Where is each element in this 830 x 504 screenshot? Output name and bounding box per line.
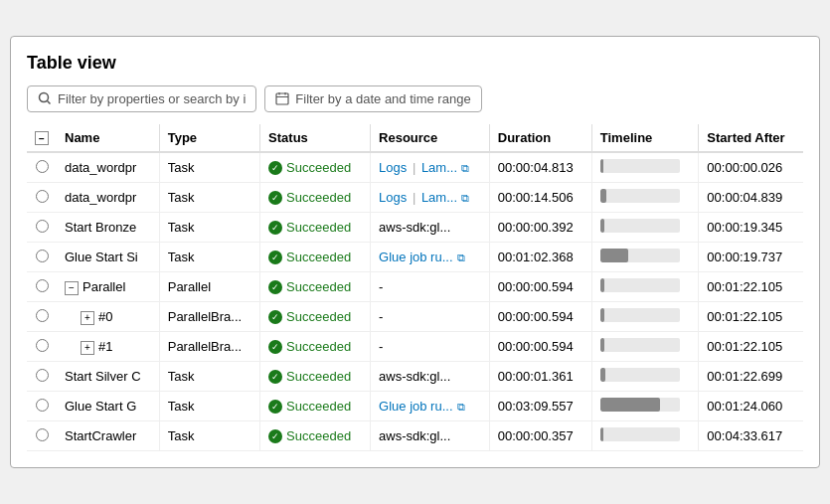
row-type-cell: Task <box>159 392 259 421</box>
filter-properties-label: Filter by properties or search by i <box>58 91 246 106</box>
row-name: data_wordpr <box>65 160 136 175</box>
row-type-cell: Task <box>159 421 259 451</box>
row-name: StartCrawler <box>65 428 136 443</box>
resource-text: aws-sdk:gl... <box>379 369 450 384</box>
row-radio[interactable] <box>36 339 49 352</box>
row-status-cell: ✓Succeeded <box>260 213 371 243</box>
row-timeline-cell <box>591 302 699 332</box>
status-success-icon: ✓ <box>268 429 282 443</box>
external-link-icon: ⧉ <box>461 162 469 174</box>
col-status: Status <box>260 124 371 153</box>
row-radio[interactable] <box>36 220 49 233</box>
col-select: − <box>27 124 57 153</box>
row-name-cell: Glue Start G <box>57 392 159 421</box>
status-label: Succeeded <box>286 309 351 324</box>
row-select-cell <box>27 421 57 451</box>
row-name-cell: data_wordpr <box>57 183 159 213</box>
row-resource-cell: Logs | Lam...⧉ <box>371 152 490 183</box>
status-success-icon: ✓ <box>268 251 282 264</box>
row-resource-cell: - <box>371 332 490 362</box>
row-name: #0 <box>98 309 112 324</box>
row-status-cell: ✓Succeeded <box>260 392 371 421</box>
row-name-cell: −Parallel <box>57 272 159 302</box>
col-resource: Resource <box>371 124 490 153</box>
row-radio[interactable] <box>36 250 49 262</box>
row-resource-cell: - <box>371 272 490 302</box>
row-select-cell <box>27 243 57 272</box>
row-timeline-cell <box>591 332 699 362</box>
status-success-icon: ✓ <box>268 340 282 354</box>
row-started-after-cell: 00:00:19.737 <box>699 243 803 272</box>
row-started-after-cell: 00:01:22.699 <box>699 362 803 392</box>
col-name[interactable]: Name <box>57 124 159 153</box>
external-link-icon: ⧉ <box>457 401 465 413</box>
row-radio[interactable] <box>36 369 49 382</box>
resource-link[interactable]: Glue job ru... <box>379 399 452 414</box>
row-radio[interactable] <box>36 279 49 292</box>
logs-link[interactable]: Logs <box>379 190 407 205</box>
timeline-bar <box>600 398 660 412</box>
resource-link[interactable]: Glue job ru... <box>379 250 452 264</box>
timeline-bar <box>600 278 604 292</box>
table-row: data_wordprTask✓SucceededLogs | Lam...⧉0… <box>27 152 803 183</box>
logs-link[interactable]: Logs <box>379 160 407 175</box>
row-resource-cell: Glue job ru...⧉ <box>371 392 490 421</box>
status-label: Succeeded <box>286 160 351 175</box>
row-started-after-cell: 00:01:22.105 <box>699 332 803 362</box>
timeline-bar <box>600 368 606 382</box>
row-radio[interactable] <box>36 309 49 322</box>
lambda-link[interactable]: Lam... <box>421 190 457 205</box>
search-icon <box>38 91 52 105</box>
row-timeline-cell <box>591 152 699 183</box>
timeline-bar-container <box>600 189 680 203</box>
row-radio[interactable] <box>36 428 49 441</box>
status-success-icon: ✓ <box>268 400 282 414</box>
table-row: Glue Start SiTask✓SucceededGlue job ru..… <box>27 243 803 272</box>
row-status-cell: ✓Succeeded <box>260 243 371 272</box>
row-radio[interactable] <box>36 160 49 173</box>
row-started-after-cell: 00:00:00.026 <box>699 152 803 183</box>
status-success-icon: ✓ <box>268 370 282 384</box>
row-started-after-cell: 00:00:04.839 <box>699 183 803 213</box>
row-duration-cell: 00:00:04.813 <box>489 152 591 183</box>
expand-icon[interactable]: + <box>81 311 94 325</box>
row-name-cell: +#0 <box>57 302 159 332</box>
filter-date-button[interactable]: Filter by a date and time range <box>264 85 481 112</box>
timeline-bar-container <box>600 338 680 352</box>
table-row: +#1ParallelBra...✓Succeeded-00:00:00.594… <box>27 332 803 362</box>
lambda-link[interactable]: Lam... <box>421 160 457 175</box>
row-started-after-cell: 00:04:33.617 <box>699 421 803 451</box>
row-type-cell: Task <box>159 152 259 183</box>
row-status-cell: ✓Succeeded <box>260 272 371 302</box>
svg-rect-2 <box>276 93 288 104</box>
row-radio[interactable] <box>36 399 49 412</box>
row-radio[interactable] <box>36 190 49 203</box>
row-status-cell: ✓Succeeded <box>260 421 371 451</box>
row-name-cell: Start Silver C <box>57 362 159 392</box>
resource-text: - <box>379 339 383 354</box>
row-started-after-cell: 00:01:22.105 <box>699 272 803 302</box>
resource-text: - <box>379 279 383 294</box>
expand-icon[interactable]: + <box>81 341 94 355</box>
calendar-icon <box>275 91 289 105</box>
row-name-cell: +#1 <box>57 332 159 362</box>
row-resource-cell: Logs | Lam...⧉ <box>371 183 490 213</box>
table-row: Glue Start GTask✓SucceededGlue job ru...… <box>27 392 803 421</box>
row-name: Glue Start G <box>65 399 136 414</box>
filter-date-label: Filter by a date and time range <box>295 91 470 106</box>
row-name: Parallel <box>83 279 125 294</box>
collapse-icon[interactable]: − <box>65 281 79 295</box>
col-timeline: Timeline <box>591 124 699 153</box>
row-resource-cell: aws-sdk:gl... <box>371 213 490 243</box>
filter-properties-button[interactable]: Filter by properties or search by i <box>27 85 256 112</box>
row-timeline-cell <box>591 272 699 302</box>
select-all-icon[interactable]: − <box>35 131 49 145</box>
timeline-bar <box>600 249 628 262</box>
row-name: Glue Start Si <box>65 250 138 264</box>
status-label: Succeeded <box>286 250 351 264</box>
row-type-cell: Task <box>159 213 259 243</box>
row-select-cell <box>27 332 57 362</box>
resource-text: aws-sdk:gl... <box>379 428 450 443</box>
page-title: Table view <box>27 53 803 74</box>
status-label: Succeeded <box>286 190 351 205</box>
